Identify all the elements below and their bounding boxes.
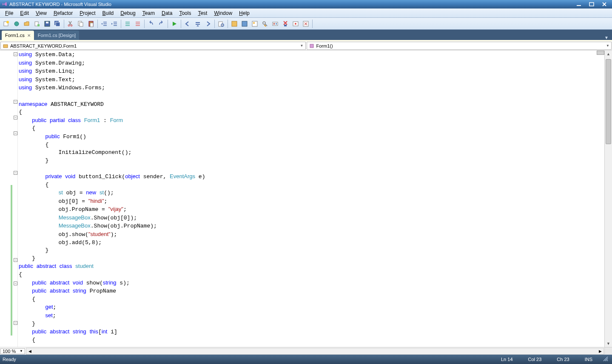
tab-form1-design[interactable]: Form1.cs [Design] <box>34 31 79 40</box>
scroll-right-icon[interactable]: ▶ <box>597 348 603 354</box>
zoom-dropdown[interactable]: 100 % ▼ <box>0 348 25 354</box>
svg-rect-24 <box>253 22 255 24</box>
ext-manager-button[interactable] <box>301 19 310 28</box>
menu-item-file[interactable]: File <box>2 9 17 17</box>
scroll-down-icon[interactable]: ▼ <box>605 340 612 347</box>
uncomment-button[interactable] <box>133 19 142 28</box>
maximize-button[interactable] <box>586 0 598 8</box>
tabstrip: Form1.cs ✕ Form1.cs [Design] ▼ <box>0 30 612 40</box>
menu-item-test[interactable]: Test <box>194 9 211 17</box>
change-indicator <box>11 264 12 335</box>
chevron-down-icon: ▼ <box>300 44 304 48</box>
svg-rect-18 <box>196 24 200 25</box>
svg-point-4 <box>14 22 19 26</box>
tab-dropdown-icon[interactable]: ▼ <box>603 35 610 40</box>
svg-rect-1 <box>589 3 594 6</box>
menubar: FileEditViewRefactorProjectBuildDebugTea… <box>0 9 612 18</box>
menu-item-team[interactable]: Team <box>139 9 158 17</box>
undo-button[interactable] <box>146 19 156 28</box>
tab-form1-cs[interactable]: Form1.cs ✕ <box>2 31 34 40</box>
outline-toggle[interactable]: − <box>14 321 17 325</box>
find-in-files-button[interactable] <box>216 19 226 28</box>
ext-button-1[interactable] <box>230 19 239 28</box>
ext-button-2[interactable] <box>240 19 249 28</box>
scroll-up-icon[interactable]: ▲ <box>605 51 612 57</box>
start-page-button[interactable] <box>291 19 300 28</box>
horizontal-scrollbar[interactable]: ◀ ▶ <box>26 348 604 355</box>
svg-point-3 <box>6 21 9 23</box>
start-debug-button[interactable] <box>170 19 179 28</box>
menu-item-refactor[interactable]: Refactor <box>50 9 76 17</box>
outline-toggle[interactable]: − <box>14 258 17 262</box>
split-handle[interactable] <box>597 51 604 55</box>
member-dropdown[interactable]: Form1() ▼ <box>307 42 612 50</box>
menu-item-view[interactable]: View <box>32 9 50 17</box>
svg-rect-29 <box>276 23 277 25</box>
svg-rect-14 <box>80 23 83 26</box>
statusbar: Ready Ln 14 Col 23 Ch 23 INS <box>0 355 612 364</box>
save-button[interactable] <box>43 19 52 28</box>
editor: −−−−−−−− using System.Data; using System… <box>0 51 612 347</box>
tab-label: Form1.cs [Design] <box>38 33 76 38</box>
zoom-row: 100 % ▼ ◀ ▶ <box>0 347 612 355</box>
status-line: Ln 14 <box>493 357 521 362</box>
paste-button[interactable] <box>86 19 96 28</box>
vs-logo-icon <box>2 1 8 7</box>
add-item-button[interactable] <box>32 19 42 28</box>
nav-forward-button[interactable] <box>203 19 213 28</box>
outline-toggle[interactable]: − <box>14 282 17 285</box>
menu-item-build[interactable]: Build <box>99 9 117 17</box>
type-dropdown[interactable]: ABSTRACT_KEYWORD.Form1 ▼ <box>0 42 306 50</box>
menu-item-window[interactable]: Window <box>211 9 236 17</box>
outline-toggle[interactable]: − <box>14 171 17 175</box>
menu-item-help[interactable]: Help <box>236 9 253 17</box>
status-col: Col 23 <box>521 357 549 362</box>
change-indicator <box>11 185 12 248</box>
member-dropdown-label: Form1() <box>316 43 333 48</box>
code-area[interactable]: using System.Data; using System.Drawing;… <box>18 51 604 347</box>
comment-button[interactable] <box>123 19 132 28</box>
resize-grip-icon[interactable] <box>603 356 609 363</box>
outline-toggle[interactable]: − <box>14 116 17 119</box>
nav-back-button[interactable] <box>183 19 192 28</box>
status-ch: Ch 23 <box>549 357 577 362</box>
method-icon <box>309 43 315 49</box>
menu-item-debug[interactable]: Debug <box>117 9 139 17</box>
new-website-button[interactable] <box>12 19 21 28</box>
outline-toggle[interactable]: − <box>14 131 17 135</box>
minimize-button[interactable] <box>573 0 585 8</box>
nav-stack-button[interactable] <box>193 19 202 28</box>
outdent-button[interactable] <box>100 19 109 28</box>
navigation-bar: ABSTRACT_KEYWORD.Form1 ▼ Form1() ▼ <box>0 41 612 51</box>
solution-explorer-button[interactable] <box>250 19 259 28</box>
menu-item-tools[interactable]: Tools <box>176 9 194 17</box>
indent-button[interactable] <box>110 19 119 28</box>
object-browser-button[interactable] <box>270 19 280 28</box>
menu-item-data[interactable]: Data <box>158 9 176 17</box>
menu-item-edit[interactable]: Edit <box>17 9 32 17</box>
scroll-thumb[interactable] <box>606 59 611 144</box>
save-all-button[interactable] <box>53 19 62 28</box>
redo-button[interactable] <box>157 19 166 28</box>
close-button[interactable] <box>598 0 610 8</box>
menu-item-project[interactable]: Project <box>76 9 99 17</box>
copy-button[interactable] <box>76 19 85 28</box>
outline-toggle[interactable]: − <box>14 52 17 56</box>
open-file-button[interactable] <box>22 19 31 28</box>
cut-button[interactable] <box>66 19 75 28</box>
titlebar: ABSTRACT KEYWORD - Microsoft Visual Stud… <box>0 0 612 9</box>
svg-rect-10 <box>56 22 60 26</box>
vertical-scrollbar[interactable]: ▲ ▼ <box>604 51 612 347</box>
type-dropdown-label: ABSTRACT_KEYWORD.Form1 <box>10 43 77 48</box>
zoom-value: 100 % <box>3 349 16 354</box>
close-tab-icon[interactable]: ✕ <box>27 33 31 38</box>
properties-button[interactable] <box>260 19 270 28</box>
change-indicator <box>11 248 12 264</box>
scroll-left-icon[interactable]: ◀ <box>26 348 33 354</box>
new-project-button[interactable] <box>2 19 11 28</box>
gutter: −−−−−−−− <box>0 51 18 347</box>
toolbox-button[interactable] <box>281 19 290 28</box>
status-ready: Ready <box>3 357 16 362</box>
outline-toggle[interactable]: − <box>14 100 17 104</box>
svg-rect-21 <box>232 21 237 26</box>
